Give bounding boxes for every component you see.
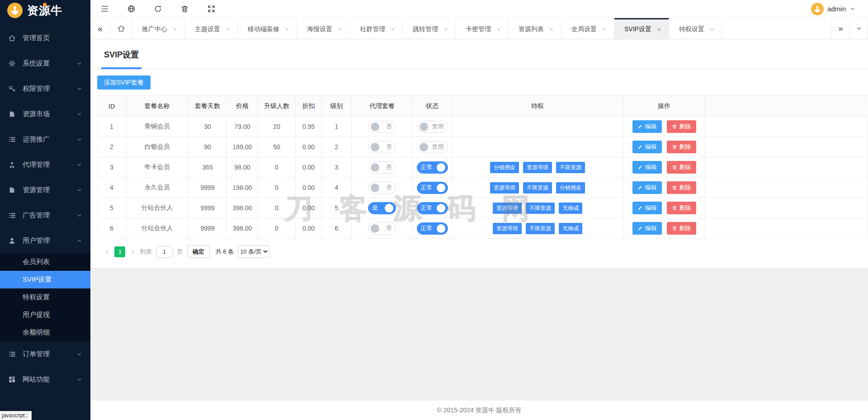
privilege-badge: 不限资源 [523,182,552,193]
status-toggle[interactable]: 禁用 [417,121,448,133]
tab-海报设置[interactable]: 海报设置× [297,18,350,39]
status-toggle[interactable]: 禁用 [417,141,448,153]
status-toggle[interactable]: 正常 [417,222,448,235]
close-icon[interactable]: × [172,25,178,33]
collapse-sidebar-icon[interactable] [100,5,109,13]
status-toggle[interactable]: 正常 [417,202,448,214]
delete-button[interactable]: 删除 [667,161,696,174]
goto-page-input[interactable] [156,246,173,258]
fullscreen-icon[interactable] [207,5,216,13]
agent-toggle[interactable]: 否 [368,222,396,235]
goto-prefix-label: 到第 [140,248,152,256]
sidebar-item-网站功能[interactable]: 网站功能 [0,367,90,392]
edit-button[interactable]: 编辑 [632,120,662,133]
page-size-select[interactable]: 10 条/页 [238,245,269,258]
tab-跳转管理[interactable]: 跳转管理× [403,18,456,39]
sidebar-item-管理首页[interactable]: 管理首页 [0,25,90,51]
edit-button[interactable]: 编辑 [632,222,662,235]
delete-button[interactable]: 删除 [667,141,696,153]
tab-资源列表[interactable]: 资源列表× [509,18,561,39]
trash-icon[interactable] [180,5,189,13]
refresh-icon[interactable] [154,5,162,13]
agent-toggle[interactable]: 否 [368,141,396,153]
agent-toggle[interactable]: 否 [368,182,396,194]
edit-button[interactable]: 编辑 [632,181,662,194]
sidebar-item-资源市场[interactable]: 资源市场 [0,101,90,127]
agent-toggle[interactable]: 是 [368,202,396,214]
tab-SVIP设置[interactable]: SVIP设置× [614,18,669,39]
edit-button[interactable]: 编辑 [632,141,662,153]
tab-list-dropdown-icon[interactable] [850,18,868,39]
privilege-badge: 不限资源 [526,223,555,234]
submenu-item-余额明细[interactable]: 余额明细 [0,324,90,341]
edit-button[interactable]: 编辑 [632,202,662,214]
tab-label: 海报设置 [307,25,332,33]
tab-label: 社群管理 [360,25,385,33]
admin-dropdown[interactable]: admin [811,3,868,15]
main-area: admin «推广中心×主题设置×移动端装修×海报设置×社群管理×跳转管理×卡密… [90,0,868,420]
tab-特权设置[interactable]: 特权设置× [669,18,722,39]
page-number-button[interactable]: 1 [114,246,125,257]
prev-page-button[interactable]: ‹ [104,247,110,256]
submenu-item-特权设置[interactable]: 特权设置 [0,288,90,306]
agent-toggle[interactable]: 否 [368,161,396,174]
cell-privileges [452,137,623,157]
close-icon[interactable]: × [601,25,608,33]
sidebar-item-用户管理[interactable]: 用户管理 [0,228,90,253]
cell-agent: 否 [352,157,413,178]
tab-主题设置[interactable]: 主题设置× [185,18,238,39]
cell-agent: 否 [352,117,413,137]
globe-icon[interactable] [127,5,136,13]
edit-button[interactable]: 编辑 [632,161,662,174]
tab-移动端装修[interactable]: 移动端装修× [238,18,297,39]
sidebar-item-运营推广[interactable]: 运营推广 [0,127,90,152]
close-icon[interactable]: × [225,25,231,33]
tab-scroll-right-icon[interactable]: » [832,18,850,39]
close-icon[interactable]: × [656,25,662,33]
table-row: 4永久会员9999198.0000.004否正常资源等级不限资源分销佣金编辑删除 [98,178,867,198]
tab-home-icon[interactable] [110,18,132,39]
delete-button[interactable]: 删除 [667,120,696,133]
agent-toggle[interactable]: 否 [368,121,396,133]
status-toggle[interactable]: 正常 [417,161,448,174]
close-icon[interactable]: × [495,25,502,33]
chevron-down-icon [76,187,82,193]
close-icon[interactable]: × [390,25,396,33]
close-icon[interactable]: × [443,25,449,33]
submenu-item-用户提现[interactable]: 用户提现 [0,306,90,324]
submenu-item-会员列表[interactable]: 会员列表 [0,253,90,271]
goto-suffix-label: 页 [177,248,183,256]
submenu-item-SVIP设置[interactable]: SVIP设置 [0,271,90,288]
tab-社群管理[interactable]: 社群管理× [350,18,403,39]
list-icon [8,136,16,143]
close-icon[interactable]: × [337,25,343,33]
close-icon[interactable]: × [284,25,290,33]
cell-actions: 编辑删除 [623,117,705,137]
sidebar-item-订单管理[interactable]: 订单管理 [0,341,90,367]
logo-icon [7,3,23,18]
tab-卡密管理[interactable]: 卡密管理× [456,18,509,39]
confirm-button[interactable]: 确定 [187,245,210,258]
close-icon[interactable]: × [548,25,555,33]
delete-button[interactable]: 删除 [667,202,696,214]
cell-privileges: 资源等级不限资源无抽成 [452,198,623,218]
sidebar-item-广告管理[interactable]: 广告管理 [0,203,90,228]
delete-button[interactable]: 删除 [667,181,696,194]
tab-scroll-left-icon[interactable]: « [90,18,110,39]
sidebar-item-代理管理[interactable]: 代理管理 [0,152,90,177]
add-svip-button[interactable]: 添加SVIP套餐 [97,76,151,90]
sidebar-item-系统设置[interactable]: 系统设置 [0,51,90,76]
sidebar-item-资源管理[interactable]: 资源管理 [0,177,90,203]
delete-label: 删除 [679,143,691,151]
tab-推广中心[interactable]: 推广中心× [132,18,185,39]
sidebar-item-权限管理[interactable]: 权限管理 [0,76,90,101]
close-icon[interactable]: × [709,25,715,33]
status-toggle[interactable]: 正常 [417,182,448,194]
next-page-button[interactable]: › [129,247,136,256]
delete-button[interactable]: 删除 [667,222,696,235]
grid-icon [8,376,16,383]
background-filler [90,268,868,401]
pencil-icon [637,226,643,231]
column-header-empty [705,96,867,117]
tab-全局设置[interactable]: 全局设置× [561,18,614,39]
